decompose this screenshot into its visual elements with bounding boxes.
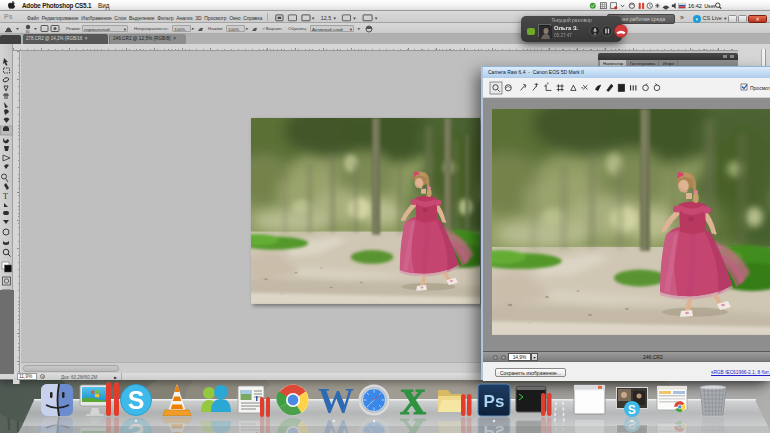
svg-text:User: User xyxy=(704,3,716,9)
svg-text:Просмотр: Просмотр xyxy=(750,85,770,91)
svg-text:12,5: 12,5 xyxy=(321,15,332,21)
svg-text:16:42: 16:42 xyxy=(688,3,702,9)
svg-text:S: S xyxy=(628,403,636,417)
svg-text:Ps: Ps xyxy=(484,392,505,411)
svg-text:T: T xyxy=(3,192,8,201)
svg-text:30: 30 xyxy=(26,30,30,34)
svg-text:S: S xyxy=(128,386,145,414)
